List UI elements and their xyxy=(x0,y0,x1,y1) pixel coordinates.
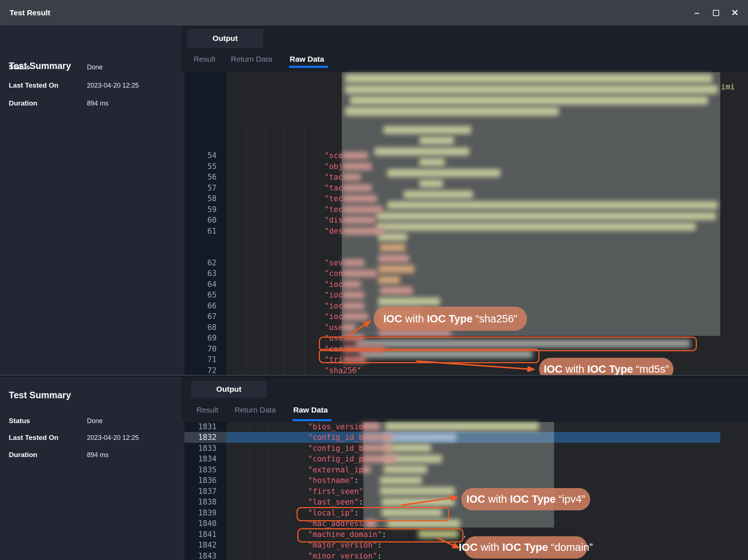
code-tokens: "obj xyxy=(324,161,343,172)
summary-row: Last Tested On2023-04-20 12:25 xyxy=(9,81,180,92)
window-title: Test Result xyxy=(9,0,50,26)
code-tokens: "use xyxy=(324,322,343,333)
code-tokens: "first_seen" xyxy=(308,486,363,497)
tab-result[interactable]: Result xyxy=(196,406,218,414)
summary-heading: Test Summary xyxy=(9,390,71,400)
code-tokens: "config_id_b xyxy=(308,443,363,454)
line-number: 65 xyxy=(184,289,217,300)
summary-label: Last Tested On xyxy=(9,81,58,89)
line-number: 69 xyxy=(184,333,217,344)
line-number: 1831 xyxy=(184,421,217,432)
line-number: 1837 xyxy=(184,486,217,497)
line-number: 64 xyxy=(184,279,217,290)
summary-label: Status xyxy=(9,63,30,71)
maximize-icon[interactable] xyxy=(709,0,723,26)
line-number: 1838 xyxy=(184,496,217,507)
line-number: 1840 xyxy=(184,518,217,529)
test-result-window: Test Result – ✕ Test SummaryStatusDoneLa… xyxy=(0,0,748,560)
summary-value: 894 ms xyxy=(87,100,108,107)
line-number: 56 xyxy=(184,172,217,183)
line-number: 63 xyxy=(184,268,217,279)
code-tokens: "ioc xyxy=(324,300,343,311)
tab-return-data[interactable]: Return Data xyxy=(234,406,276,414)
code-tokens: "tec xyxy=(324,204,343,215)
code-tokens: "dis xyxy=(324,215,343,226)
code-overflow-fragment: imi xyxy=(721,81,735,92)
blur-overlay xyxy=(342,72,720,336)
line-number: 70 xyxy=(184,344,217,354)
line-number: 54 xyxy=(184,150,217,161)
tab-output[interactable]: Output xyxy=(191,380,267,398)
code-tokens: "des xyxy=(324,226,343,237)
line-number: 68 xyxy=(184,322,217,333)
code-tokens: "tac xyxy=(324,183,343,193)
active-tab-underline xyxy=(289,66,328,68)
line-number: 1836 xyxy=(184,475,217,486)
code-tokens: "bios_versio xyxy=(308,421,363,432)
test-result-panel-bottom: Test SummaryStatusDoneLast Tested On2023… xyxy=(0,377,748,560)
line-number: 59 xyxy=(184,204,217,215)
code-tokens: "ioc xyxy=(324,289,343,300)
code-tokens: "minor_version": xyxy=(308,551,382,560)
ioc-callout-md5s: IOC with IOC Type “md5s” xyxy=(539,358,673,375)
minimize-icon[interactable]: – xyxy=(690,0,704,26)
code-tokens: "hostname": xyxy=(308,475,359,486)
line-number: 61 xyxy=(184,226,217,237)
tab-strip xyxy=(182,26,748,72)
tab-output[interactable]: Output xyxy=(187,28,263,48)
code-tokens: "external_ip xyxy=(308,464,363,475)
window-titlebar: Test Result – ✕ xyxy=(0,0,748,26)
summary-value: Done xyxy=(87,64,103,71)
line-number: 58 xyxy=(184,193,217,204)
ioc-callout-domain: IOC with IOC Type “domain” xyxy=(464,536,587,559)
ioc-highlight-box xyxy=(319,349,539,363)
line-number: 1832 xyxy=(184,432,217,443)
tab-return-data[interactable]: Return Data xyxy=(231,55,272,64)
code-tokens: "tec xyxy=(324,193,343,204)
code-tokens: "ioc xyxy=(324,311,343,322)
line-number: 1843 xyxy=(184,551,217,560)
summary-row: Duration894 ms xyxy=(9,99,180,110)
code-tokens: "last_seen": xyxy=(308,496,363,507)
code-tokens: "sce xyxy=(324,150,343,161)
line-number: 67 xyxy=(184,311,217,322)
code-tokens: "con xyxy=(324,268,343,279)
code-tokens: "sha256" xyxy=(324,365,361,375)
ioc-callout-sha256: IOC with IOC Type “sha256” xyxy=(374,307,527,331)
ioc-callout-ipv4: IOC with IOC Type “ipv4” xyxy=(461,488,590,510)
line-number: 1842 xyxy=(184,540,217,551)
code-tokens: "tac xyxy=(324,172,343,183)
summary-value: 2023-04-20 12:25 xyxy=(87,82,139,89)
code-tokens: "ioc xyxy=(324,279,343,290)
line-number: 66 xyxy=(184,300,217,311)
line-number: 1834 xyxy=(184,453,217,464)
code-line: 1843"minor_version": xyxy=(0,551,748,560)
line-number: 55 xyxy=(184,161,217,172)
tab-result[interactable]: Result xyxy=(194,55,215,64)
line-number: 1839 xyxy=(184,507,217,518)
summary-label: Duration xyxy=(9,99,37,107)
test-result-panel-top: Test SummaryStatusDoneLast Tested On2023… xyxy=(0,26,748,375)
code-tokens: "config_id_p xyxy=(308,453,363,464)
ioc-highlight-box xyxy=(297,528,463,542)
tab-raw-data[interactable]: Raw Data xyxy=(293,406,328,414)
code-tokens: "sev xyxy=(324,257,343,268)
maximize-square xyxy=(713,10,719,16)
tab-raw-data[interactable]: Raw Data xyxy=(290,55,324,64)
line-number: 1835 xyxy=(184,464,217,475)
line-number: 1841 xyxy=(184,529,217,540)
line-number: 57 xyxy=(184,183,217,193)
close-icon[interactable]: ✕ xyxy=(728,0,742,26)
line-number: 1833 xyxy=(184,443,217,454)
line-number: 71 xyxy=(184,354,217,365)
line-number: 62 xyxy=(184,257,217,268)
line-number: 72 xyxy=(184,365,217,375)
summary-row: StatusDone xyxy=(9,63,180,74)
ioc-highlight-box xyxy=(297,507,449,521)
line-number: 60 xyxy=(184,215,217,226)
code-tokens: "config_id_b xyxy=(308,432,363,443)
